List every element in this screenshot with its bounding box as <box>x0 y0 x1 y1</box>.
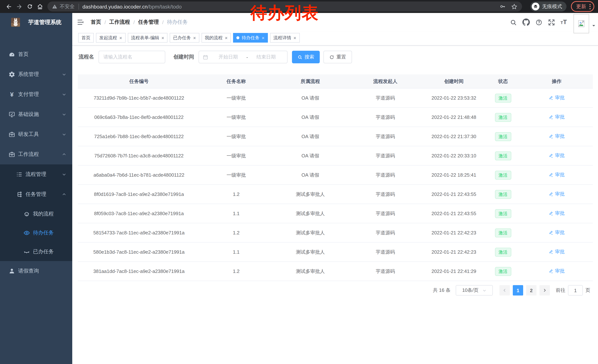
approve-link[interactable]: 审批 <box>549 229 565 236</box>
status-badge: 激活 <box>495 132 511 141</box>
page-size-select[interactable]: 10条/页 <box>456 285 493 296</box>
tab-form-edit[interactable]: 流程表单-编辑× <box>128 33 167 43</box>
sidebar-item-done-tasks[interactable]: 已办任务 <box>0 242 72 261</box>
tags-view: 首页 发起流程× 流程表单-编辑× 已办任务× 我的流程× 待办任务× 流程详情… <box>72 32 598 46</box>
tab-done-tasks[interactable]: 已办任务× <box>170 33 199 43</box>
page-button-1[interactable]: 1 <box>513 285 523 296</box>
close-icon[interactable]: × <box>193 35 196 40</box>
close-icon[interactable]: × <box>119 35 122 40</box>
table-row[interactable]: 725a1eb6-7b88-11ec-8ef0-acde48001122 一级审… <box>78 127 593 146</box>
approve-link[interactable]: 审批 <box>549 114 565 121</box>
sidebar-item-infrastructure[interactable]: 基础设施 <box>0 105 72 124</box>
cell-created: 2022-01-22 20:33:10 <box>422 146 485 165</box>
date-range-picker[interactable]: 开始日期 - 结束日期 <box>199 51 288 63</box>
close-icon[interactable]: × <box>225 35 228 40</box>
sidebar-item-my-process[interactable]: 我的流程 <box>0 204 72 223</box>
sidebar-item-system[interactable]: 系统管理 <box>0 65 72 84</box>
tab-my-process[interactable]: 我的流程× <box>201 33 231 43</box>
github-icon[interactable] <box>523 18 530 26</box>
close-icon[interactable]: × <box>161 35 164 40</box>
process-name-label: 流程名 <box>79 54 94 60</box>
table-row[interactable]: 58154733-7ac8-11ec-a9e2-a2380e71991a 1.2… <box>78 223 593 242</box>
goto-page-input[interactable] <box>568 285 583 296</box>
next-page-button[interactable] <box>540 285 550 296</box>
search-button[interactable]: 搜索 <box>292 51 320 63</box>
search-icon[interactable] <box>510 19 517 26</box>
breadcrumb-workflow[interactable]: 工作流程 <box>109 19 130 25</box>
breadcrumb-home[interactable]: 首页 <box>91 19 101 25</box>
help-icon[interactable] <box>535 19 542 26</box>
forward-icon[interactable] <box>14 0 25 13</box>
browser-menu-icon[interactable] <box>590 4 590 9</box>
gear-icon <box>8 71 15 78</box>
sidebar-item-todo-tasks[interactable]: 待办任务 <box>0 223 72 242</box>
back-icon[interactable] <box>4 0 14 13</box>
close-icon[interactable]: × <box>293 35 296 40</box>
cell-starter: 芋道源码 <box>348 146 422 165</box>
sidebar-item-dev-tools[interactable]: 研发工具 <box>0 124 72 145</box>
page-button-2[interactable]: 2 <box>526 285 537 296</box>
url-path: /bpm/task/todo <box>148 4 182 9</box>
font-size-icon[interactable]: TT <box>561 18 567 26</box>
approve-label: 审批 <box>555 133 565 140</box>
approve-link[interactable]: 审批 <box>549 268 565 275</box>
approve-link[interactable]: 审批 <box>549 95 565 101</box>
sidebar-item-payment[interactable]: ¥ 支付管理 <box>0 84 72 105</box>
tab-process-detail[interactable]: 流程详情× <box>270 33 299 43</box>
sidebar-collapse-icon[interactable] <box>77 18 84 26</box>
approve-label: 审批 <box>555 191 565 198</box>
edit-icon <box>549 230 554 235</box>
close-icon[interactable]: × <box>262 35 265 40</box>
approve-link[interactable]: 审批 <box>549 191 565 198</box>
tab-start-process[interactable]: 发起流程× <box>96 33 125 43</box>
breadcrumb-task-management[interactable]: 任务管理 <box>138 19 159 25</box>
update-button[interactable]: 更新 <box>571 1 594 12</box>
table-row[interactable]: 73211d9d-7b9b-11ec-b5b7-acde48001122 一级审… <box>78 88 593 108</box>
table-row[interactable]: 580e1b3d-7ac8-11ec-a9e2-a2380e71991a 1.1… <box>78 242 593 262</box>
security-label: 不安全 <box>60 3 75 10</box>
security-chip[interactable]: 不安全 <box>52 3 75 10</box>
cell-starter: 芋道源码 <box>348 242 422 262</box>
table-row[interactable]: 8f0d1619-7ac8-11ec-a9e2-a2380e71991a 1.2… <box>78 185 593 204</box>
table-row[interactable]: 75d72608-7b7f-11ec-a3c8-acde48001122 一级审… <box>78 146 593 165</box>
home-icon[interactable] <box>35 0 45 13</box>
key-icon[interactable] <box>499 3 506 10</box>
sidebar-item-workflow[interactable]: 工作流程 <box>0 145 72 164</box>
table-row[interactable]: a6aba0a4-7b6d-11ec-b781-acde48001122 一级审… <box>78 165 593 185</box>
process-name-input[interactable]: 请输入流程名 <box>99 51 165 63</box>
approve-link[interactable]: 审批 <box>549 210 565 217</box>
approve-link[interactable]: 审批 <box>549 133 565 140</box>
table-row[interactable]: 381aa1dd-7ac8-11ec-a9e2-a2380e71991a 1.2… <box>78 262 593 281</box>
fullscreen-icon[interactable] <box>548 19 555 26</box>
edit-icon <box>549 115 554 120</box>
sidebar-menu: 首页 系统管理 ¥ 支付管理 基础设施 <box>0 32 72 281</box>
chevron-down-icon <box>62 132 66 137</box>
chevron-down-icon <box>62 92 66 97</box>
content: 流程名 请输入流程名 创建时间 开始日期 - 结束日期 搜索 <box>72 46 598 364</box>
approve-link[interactable]: 审批 <box>549 249 565 255</box>
avatar[interactable] <box>573 14 589 33</box>
status-badge: 激活 <box>495 228 511 237</box>
sidebar-item-home[interactable]: 首页 <box>0 44 72 65</box>
approve-link[interactable]: 审批 <box>549 152 565 159</box>
sidebar-item-task-management[interactable]: 任务管理 <box>0 184 72 204</box>
tab-todo-tasks[interactable]: 待办任务× <box>233 33 268 43</box>
table-row[interactable]: 069c6a63-7b8a-11ec-8ef0-acde48001122 一级审… <box>78 108 593 127</box>
tab-home[interactable]: 首页 <box>78 33 94 43</box>
sidebar-item-process-management[interactable]: 流程管理 <box>0 164 72 184</box>
table-row[interactable]: 8f059c03-7ac8-11ec-a9e2-a2380e71991a 1.1… <box>78 204 593 223</box>
reload-icon[interactable] <box>25 0 35 13</box>
approve-link[interactable]: 审批 <box>549 172 565 178</box>
cell-task-name: 1.1 <box>200 204 272 223</box>
sidebar-item-leave-query[interactable]: 请假查询 <box>0 261 72 281</box>
bookmark-star-icon[interactable] <box>511 3 518 10</box>
approve-label: 审批 <box>555 268 565 275</box>
reset-button[interactable]: 重置 <box>324 51 352 63</box>
approve-label: 审批 <box>555 249 565 255</box>
prev-page-button[interactable] <box>499 285 510 296</box>
col-status: 状态 <box>485 74 521 88</box>
logo[interactable]: 芋道管理系统 <box>0 13 72 32</box>
edit-icon <box>549 134 554 139</box>
cell-created: 2022-01-21 22:43:55 <box>422 185 485 204</box>
avatar-caret-icon[interactable] <box>592 24 596 28</box>
